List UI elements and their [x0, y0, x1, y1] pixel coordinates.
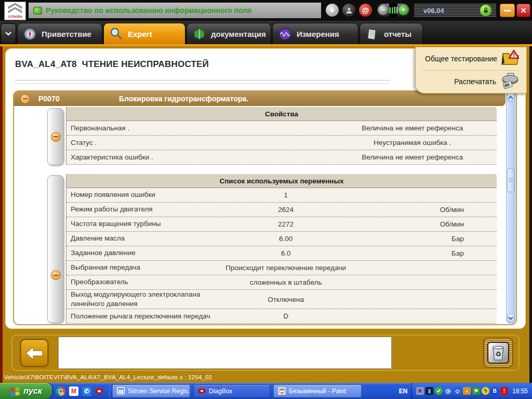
status-path: Vehicle\X7\BOITEVIT\BVA_AL4\X7_BVA_AL4_L… — [4, 374, 212, 380]
citroen-logo: CITROËN — [4, 2, 26, 20]
variable-row: Частота вращения турбины 2272 Об/мин — [66, 217, 497, 232]
variable-row: Режим работы двигателя 2624 Об/мин — [66, 203, 497, 217]
variables-table-header: Список используемых переменных — [66, 174, 497, 188]
magnifier-icon — [109, 27, 123, 41]
diagbox-launcher-icon[interactable] — [95, 389, 103, 394]
property-label: Статус . — [71, 139, 332, 147]
tab-reports[interactable]: отчеты — [360, 23, 423, 44]
workarea: BVA_AL4_AT8 ЧТЕНИЕ НЕИСПРАВНОСТЕЙ Общее … — [0, 44, 532, 383]
start-label: пуск — [23, 387, 42, 396]
tab-documentation[interactable]: документация — [187, 23, 271, 44]
warning-folder-icon: ! — [501, 49, 521, 68]
email-button[interactable]: @ — [359, 4, 372, 17]
fault-code: P0070 — [38, 95, 119, 103]
task-paint[interactable]: Безымянный - Paint — [273, 384, 362, 397]
task-sitroen-service[interactable]: Sitroen Servise Regis... — [112, 384, 190, 397]
print-label: Распечатать — [454, 77, 496, 86]
variable-value: 6.0 — [222, 249, 349, 257]
alert-icon[interactable]: ! — [500, 387, 508, 395]
back-button[interactable] — [20, 339, 49, 367]
variables-rows: Номер появления ошибки 1 Режим работы дв… — [66, 188, 497, 324]
fault-body: Свойства Первоначальная . Величина не им… — [14, 106, 506, 324]
tab-label: Expert — [128, 30, 152, 38]
messenger-icon[interactable]: ✆ — [82, 387, 91, 396]
version-bar: v06.04 — [414, 4, 496, 17]
flash-icon[interactable]: ϟ — [482, 387, 489, 395]
minimize-icon — [504, 10, 511, 11]
display-error-icon[interactable]: ✖ — [416, 387, 424, 395]
collapse-fault-button[interactable] — [20, 94, 30, 104]
tab-overflow-button[interactable] — [1, 23, 16, 44]
general-test-label: Общее тестирование — [425, 55, 497, 63]
report-icon — [365, 27, 379, 41]
variable-row: Преобразователь сложенных в штабель — [66, 275, 497, 290]
variable-row: Номер появления ошибки 1 — [66, 188, 497, 203]
variable-value: Отключена — [222, 296, 349, 303]
bottombar: ♻ Vehicle\X7\BOITEVIT\BVA_AL4\X7_BVA_AL4… — [0, 330, 532, 385]
minimize-button[interactable] — [500, 4, 515, 17]
windows-flag-icon — [10, 387, 20, 396]
variable-label: Заданное давление — [71, 248, 222, 258]
sync-flag-icon[interactable]: ⚑ — [472, 387, 480, 395]
delete-button[interactable]: ♻ — [483, 338, 513, 368]
task-diagbox[interactable]: DiagBox — [193, 384, 270, 397]
fault-panel: P0070 Блокировка гидротрансформатора. Св… — [13, 90, 517, 325]
minus-icon — [51, 270, 61, 280]
battery-icon[interactable]: ▮ — [425, 387, 433, 395]
volume-up-icon[interactable]: + — [398, 5, 408, 15]
properties-rows: Первоначальная . Величина не имеет рефер… — [66, 121, 497, 165]
volume-tray-icon[interactable]: ◖ — [463, 387, 471, 395]
at-icon: @ — [362, 6, 369, 15]
tab-measurements[interactable]: Измерения — [272, 23, 358, 44]
tab-label: Измерения — [297, 30, 339, 38]
scroll-up-button[interactable] — [507, 93, 514, 102]
variable-label: Давление масла — [71, 234, 222, 243]
variable-value: сложенных в штабель — [222, 278, 349, 286]
variable-value: 1 — [222, 191, 349, 199]
chrome-icon[interactable] — [56, 387, 65, 396]
start-button[interactable]: пуск — [0, 383, 52, 399]
user-button[interactable] — [342, 4, 355, 17]
property-row: Первоначальная . Величина не имеет рефер… — [66, 121, 497, 136]
collapse-properties-button[interactable] — [47, 108, 64, 165]
tab-expert[interactable]: Expert — [103, 23, 185, 44]
close-button[interactable]: ✕ — [516, 4, 530, 17]
task-label: Безымянный - Paint — [289, 388, 346, 395]
update-ok-icon[interactable]: ✔ — [435, 387, 443, 395]
volume-control[interactable]: − + — [377, 4, 409, 17]
paint-icon — [278, 387, 286, 395]
clock: 18:55 — [512, 388, 528, 395]
variable-row: Выход модулирующего электроклапана линей… — [66, 290, 497, 309]
collapse-variables-button[interactable] — [47, 175, 64, 323]
tab-welcome[interactable]: Приветствие — [17, 23, 102, 44]
thumb-grip — [509, 178, 513, 182]
system-tray: ✖▮✔◷◇◖⚑ϟB! 18:55 — [411, 383, 532, 399]
variable-unit: Бар — [349, 249, 493, 257]
document-title: Руководство по использованию информацион… — [46, 6, 251, 15]
actions-panel: Общее тестирование ! Распечатать — [415, 47, 527, 94]
download-button[interactable] — [326, 4, 339, 17]
fault-title: Блокировка гидротрансформатора. — [119, 95, 248, 103]
variable-value: 2624 — [222, 206, 349, 214]
property-value: Величина не имеет референса — [332, 153, 493, 161]
variable-label: Положение рычага переключения передач — [71, 312, 222, 321]
dropbox-icon[interactable]: ◇ — [454, 387, 461, 395]
lock-icon[interactable] — [480, 4, 492, 17]
scroll-down-button[interactable] — [507, 314, 514, 323]
svg-text:!: ! — [513, 52, 515, 58]
variable-value: D — [222, 312, 349, 320]
vertical-scrollbar[interactable] — [506, 92, 515, 324]
print-button[interactable]: Распечатать — [416, 71, 526, 94]
general-test-button[interactable]: Общее тестирование ! — [416, 47, 526, 70]
property-value: Неустранимая ошибка . — [332, 139, 493, 147]
gmail-icon[interactable]: M — [69, 387, 78, 396]
version-label: v06.04 — [423, 7, 444, 15]
bluetooth-icon[interactable]: B — [491, 387, 499, 395]
scrollbar-thumb[interactable] — [507, 168, 514, 192]
language-indicator[interactable]: EN — [395, 388, 411, 395]
variable-value: 2272 — [222, 220, 349, 228]
scheduler-clock-icon[interactable]: ◷ — [444, 387, 452, 395]
variable-value: 6.00 — [222, 235, 349, 243]
minus-icon — [51, 132, 61, 142]
volume-down-icon[interactable]: − — [378, 5, 388, 15]
